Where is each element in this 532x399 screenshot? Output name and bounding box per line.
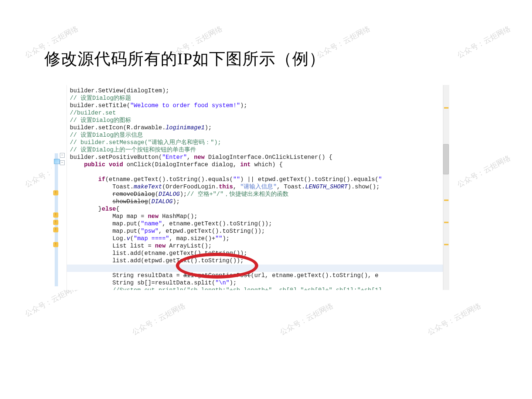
scrollbar-warning-mark (444, 107, 449, 109)
source-code: builder.SetView(dialogItem); // 设置Dialog… (70, 87, 449, 290)
warning-gutter-icon: ! (53, 220, 58, 225)
watermark: 公众号：云炬网络 (456, 24, 512, 60)
warning-gutter-icon: ! (53, 212, 58, 218)
current-line-highlight (67, 265, 449, 272)
fold-toggle-icon[interactable]: − (60, 160, 65, 165)
scrollbar-warning-mark (444, 244, 449, 245)
watermark: 公众号：云炬网络 (426, 301, 483, 337)
watermark: 公众号：云炬网络 (130, 301, 187, 337)
warning-gutter-icon: ! (53, 242, 58, 247)
watermark: 公众号：云炬网络 (278, 301, 335, 337)
scrollbar-track[interactable] (443, 85, 449, 290)
watermark: 公众号：云炬网络 (456, 153, 512, 190)
scrollbar-warning-mark (444, 200, 449, 201)
editor-gutter: − − ! ! ! ! ! (52, 85, 67, 290)
scrollbar-thumb[interactable] (443, 144, 449, 174)
warning-gutter-icon: ! (53, 190, 58, 195)
page-title: 修改源代码所有的IP如下图所示（例） (44, 48, 325, 70)
scrollbar-warning-mark (444, 222, 449, 223)
warning-gutter-icon: ! (53, 227, 58, 232)
code-editor: − − ! ! ! ! ! builder.SetView(dialogItem… (52, 85, 449, 290)
code-area[interactable]: builder.SetView(dialogItem); // 设置Dialog… (67, 85, 449, 290)
fold-toggle-icon[interactable]: − (60, 153, 65, 158)
image-gutter-icon (54, 159, 60, 164)
